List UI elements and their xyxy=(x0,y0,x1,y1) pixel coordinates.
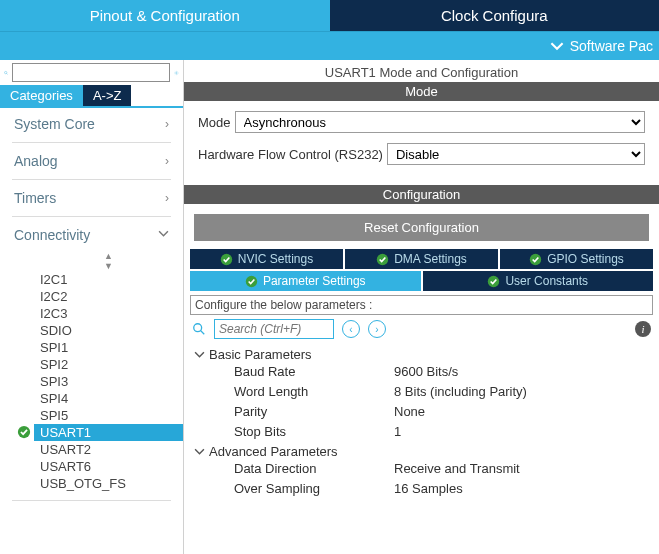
sidebar-item-i2c3[interactable]: I2C3 xyxy=(34,305,183,322)
sidebar-item-i2c1[interactable]: I2C1 xyxy=(34,271,183,288)
chevron-right-icon: › xyxy=(165,117,169,131)
param-row[interactable]: Data DirectionReceive and Transmit xyxy=(194,459,649,479)
param-key: Parity xyxy=(234,402,394,422)
search-icon xyxy=(4,66,8,80)
scroll-indicator-icon: ▲▼ xyxy=(34,251,183,271)
param-search-input[interactable] xyxy=(214,319,334,339)
param-key: Data Direction xyxy=(234,459,394,479)
param-tree: Basic ParametersBaud Rate9600 Bits/sWord… xyxy=(184,341,659,509)
prev-match-button[interactable]: ‹ xyxy=(342,320,360,338)
sidebar-item-spi1[interactable]: SPI1 xyxy=(34,339,183,356)
param-group-advanced-parameters[interactable]: Advanced Parameters xyxy=(194,444,649,459)
cfg-tab-user-constants[interactable]: User Constants xyxy=(423,271,654,291)
tab-pinout-config[interactable]: Pinout & Configuration xyxy=(0,0,330,31)
software-packs-bar[interactable]: Software Pac xyxy=(0,31,659,60)
panel-title: USART1 Mode and Configuration xyxy=(184,60,659,82)
param-group-basic-parameters[interactable]: Basic Parameters xyxy=(194,347,649,362)
sidebar-item-spi2[interactable]: SPI2 xyxy=(34,356,183,373)
cfg-tab-label: GPIO Settings xyxy=(547,252,624,266)
cfg-tab-gpio-settings[interactable]: GPIO Settings xyxy=(500,249,653,269)
check-icon xyxy=(487,275,500,288)
sidebar-item-i2c2[interactable]: I2C2 xyxy=(34,288,183,305)
divider xyxy=(12,216,171,217)
sidebar-item-usart6[interactable]: USART6 xyxy=(34,458,183,475)
group-label: System Core xyxy=(14,116,95,132)
param-key: Over Sampling xyxy=(234,479,394,499)
config-tabs: NVIC SettingsDMA SettingsGPIO SettingsPa… xyxy=(184,249,659,291)
check-icon xyxy=(17,425,31,439)
category-search-input[interactable] xyxy=(12,63,170,82)
param-value: Receive and Transmit xyxy=(394,459,520,479)
sidebar-item-usart2[interactable]: USART2 xyxy=(34,441,183,458)
cfg-tab-label: DMA Settings xyxy=(394,252,467,266)
check-icon xyxy=(245,275,258,288)
group-analog[interactable]: Analog › xyxy=(0,145,183,177)
check-icon xyxy=(220,253,233,266)
svg-point-0 xyxy=(5,71,7,73)
chevron-right-icon: › xyxy=(165,154,169,168)
group-label: Connectivity xyxy=(14,227,90,243)
param-key: Stop Bits xyxy=(234,422,394,442)
cfg-tab-parameter-settings[interactable]: Parameter Settings xyxy=(190,271,421,291)
tab-categories[interactable]: Categories xyxy=(0,85,83,106)
cfg-tab-label: User Constants xyxy=(505,274,588,288)
param-row[interactable]: Baud Rate9600 Bits/s xyxy=(194,362,649,382)
mode-bar: Mode xyxy=(184,82,659,101)
sidebar-item-spi5[interactable]: SPI5 xyxy=(34,407,183,424)
software-packs-label: Software Pac xyxy=(570,38,653,54)
hwfc-select[interactable]: Disable xyxy=(387,143,645,165)
group-label: Analog xyxy=(14,153,58,169)
mode-select[interactable]: Asynchronous xyxy=(235,111,645,133)
hwfc-label: Hardware Flow Control (RS232) xyxy=(198,147,383,162)
param-group-title: Advanced Parameters xyxy=(209,444,338,459)
param-row[interactable]: ParityNone xyxy=(194,402,649,422)
right-panel: USART1 Mode and Configuration Mode Mode … xyxy=(184,60,659,554)
param-key: Word Length xyxy=(234,382,394,402)
info-icon[interactable]: i xyxy=(635,321,651,337)
check-icon xyxy=(376,253,389,266)
param-row[interactable]: Stop Bits1 xyxy=(194,422,649,442)
sidebar-item-sdio[interactable]: SDIO xyxy=(34,322,183,339)
sidebar-item-spi4[interactable]: SPI4 xyxy=(34,390,183,407)
chevron-down-icon xyxy=(194,446,205,457)
check-icon xyxy=(529,253,542,266)
svg-line-18 xyxy=(201,331,205,335)
category-groups: System Core › Analog › Timers › Connecti… xyxy=(0,108,183,503)
chevron-right-icon: › xyxy=(165,191,169,205)
group-system-core[interactable]: System Core › xyxy=(0,108,183,140)
cfg-tab-label: NVIC Settings xyxy=(238,252,313,266)
param-group-title: Basic Parameters xyxy=(209,347,312,362)
configuration-bar: Configuration xyxy=(184,185,659,204)
param-value: 16 Samples xyxy=(394,479,463,499)
svg-line-1 xyxy=(7,73,8,74)
connectivity-items: ▲▼ I2C1I2C2I2C3SDIOSPI1SPI2SPI3SPI4SPI5U… xyxy=(0,251,183,498)
params-header: Configure the below parameters : xyxy=(190,295,653,315)
cfg-tab-dma-settings[interactable]: DMA Settings xyxy=(345,249,498,269)
gear-icon[interactable] xyxy=(174,65,179,81)
next-match-button[interactable]: › xyxy=(368,320,386,338)
param-row[interactable]: Word Length8 Bits (including Parity) xyxy=(194,382,649,402)
sidebar-item-usb_otg_fs[interactable]: USB_OTG_FS xyxy=(34,475,183,492)
param-value: None xyxy=(394,402,425,422)
tab-a-to-z[interactable]: A->Z xyxy=(83,85,132,106)
chevron-down-icon xyxy=(194,349,205,360)
divider xyxy=(12,142,171,143)
reset-configuration-button[interactable]: Reset Configuration xyxy=(194,214,649,241)
divider xyxy=(12,500,171,501)
chevron-down-icon xyxy=(158,228,169,242)
param-row[interactable]: Over Sampling16 Samples xyxy=(194,479,649,499)
param-key: Baud Rate xyxy=(234,362,394,382)
tab-clock-config[interactable]: Clock Configura xyxy=(330,0,660,31)
cfg-tab-nvic-settings[interactable]: NVIC Settings xyxy=(190,249,343,269)
left-panel: Categories A->Z System Core › Analog › T… xyxy=(0,60,184,554)
mode-label: Mode xyxy=(198,115,231,130)
cfg-tab-label: Parameter Settings xyxy=(263,274,366,288)
group-label: Timers xyxy=(14,190,56,206)
group-connectivity[interactable]: Connectivity xyxy=(0,219,183,251)
param-value: 1 xyxy=(394,422,401,442)
sidebar-item-spi3[interactable]: SPI3 xyxy=(34,373,183,390)
sidebar-item-usart1[interactable]: USART1 xyxy=(34,424,183,441)
param-value: 8 Bits (including Parity) xyxy=(394,382,527,402)
group-timers[interactable]: Timers › xyxy=(0,182,183,214)
svg-point-2 xyxy=(176,72,177,73)
